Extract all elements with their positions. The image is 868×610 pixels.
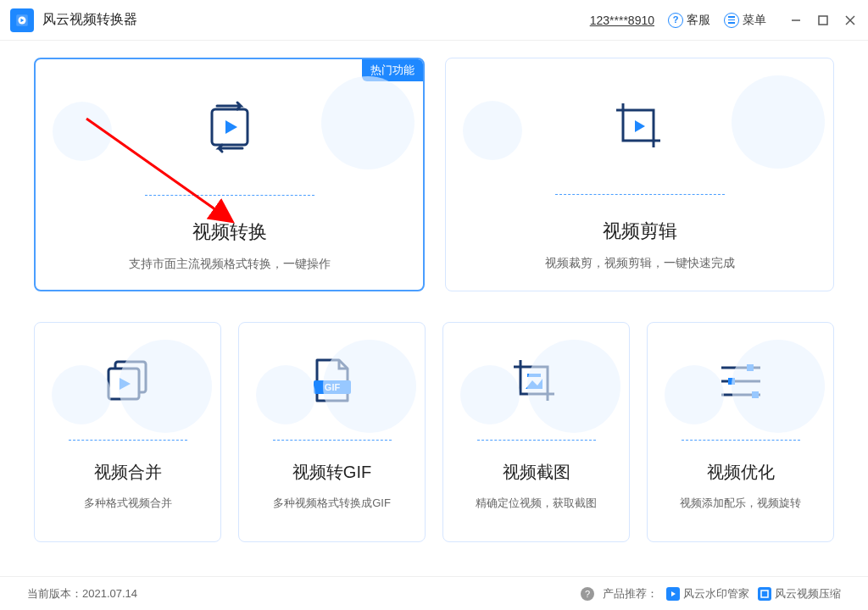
svg-rect-24	[752, 391, 759, 398]
card-desc: 支持市面主流视频格式转换，一键操作	[129, 257, 331, 272]
headset-icon: ?	[668, 13, 683, 28]
svg-rect-4	[819, 16, 827, 25]
card-title: 视频截图	[503, 461, 570, 484]
recommend-link-watermark[interactable]: 风云水印管家	[666, 586, 749, 602]
menu-icon	[724, 13, 739, 28]
maximize-button[interactable]	[815, 13, 831, 28]
svg-marker-8	[225, 120, 237, 134]
footer: 当前版本： 2021.07.14 ? 产品推荐： 风云水印管家 风云视频压缩	[0, 576, 868, 610]
card-video-to-gif[interactable]: GIF 视频转GIF 多种视频格式转换成GIF	[238, 322, 426, 542]
version-number: 2021.07.14	[82, 587, 137, 600]
svg-marker-11	[635, 120, 645, 132]
recommend-link-compress[interactable]: 风云视频压缩	[758, 586, 841, 602]
account-link[interactable]: 123****8910	[590, 14, 654, 27]
card-desc: 精确定位视频，获取截图	[476, 496, 597, 511]
card-title: 视频剪辑	[603, 219, 677, 244]
support-label: 客服	[687, 13, 710, 28]
svg-marker-25	[671, 591, 676, 596]
svg-rect-22	[747, 364, 754, 371]
card-desc: 多种格式视频合并	[84, 496, 172, 511]
app-title: 风云视频转换器	[42, 11, 137, 29]
minimize-button[interactable]	[788, 13, 804, 28]
help-icon[interactable]: ?	[581, 587, 594, 601]
svg-marker-18	[526, 379, 542, 389]
app-logo-icon	[10, 8, 34, 32]
version-label: 当前版本：	[27, 586, 82, 602]
close-button[interactable]	[843, 13, 858, 28]
convert-icon	[200, 97, 259, 157]
merge-icon	[102, 355, 154, 408]
card-title: 视频转换	[192, 219, 267, 245]
card-video-merge[interactable]: 视频合并 多种格式视频合并	[34, 322, 221, 542]
card-video-screenshot[interactable]: 视频截图 精确定位视频，获取截图	[442, 322, 630, 542]
recommend-label: 产品推荐：	[603, 586, 658, 602]
titlebar: 风云视频转换器 123****8910 ? 客服 菜单	[0, 0, 868, 41]
svg-text:GIF: GIF	[324, 382, 340, 392]
product-icon	[666, 587, 680, 601]
screenshot-icon	[509, 355, 565, 408]
card-video-edit[interactable]: 视频剪辑 视频裁剪，视频剪辑，一键快速完成	[445, 58, 834, 291]
card-desc: 视频添加配乐，视频旋转	[680, 496, 801, 511]
card-title: 视频优化	[707, 461, 775, 484]
sliders-icon	[715, 358, 767, 405]
card-title: 视频合并	[94, 461, 162, 484]
card-video-convert[interactable]: 热门功能 视频转换 支持市面主流视频格式转换，一键操作	[34, 58, 425, 291]
card-video-optimize[interactable]: 视频优化 视频添加配乐，视频旋转	[647, 322, 834, 542]
card-title: 视频转GIF	[292, 461, 371, 484]
svg-rect-26	[761, 591, 768, 597]
product-icon	[758, 587, 771, 601]
svg-rect-23	[728, 378, 735, 385]
card-desc: 视频裁剪，视频剪辑，一键快速完成	[545, 256, 735, 271]
support-button[interactable]: ? 客服	[668, 13, 710, 28]
menu-label: 菜单	[743, 13, 766, 28]
svg-rect-17	[527, 374, 541, 377]
menu-button[interactable]: 菜单	[724, 13, 766, 28]
gif-icon: GIF	[309, 355, 356, 408]
card-desc: 多种视频格式转换成GIF	[273, 496, 391, 511]
crop-icon	[608, 97, 672, 156]
